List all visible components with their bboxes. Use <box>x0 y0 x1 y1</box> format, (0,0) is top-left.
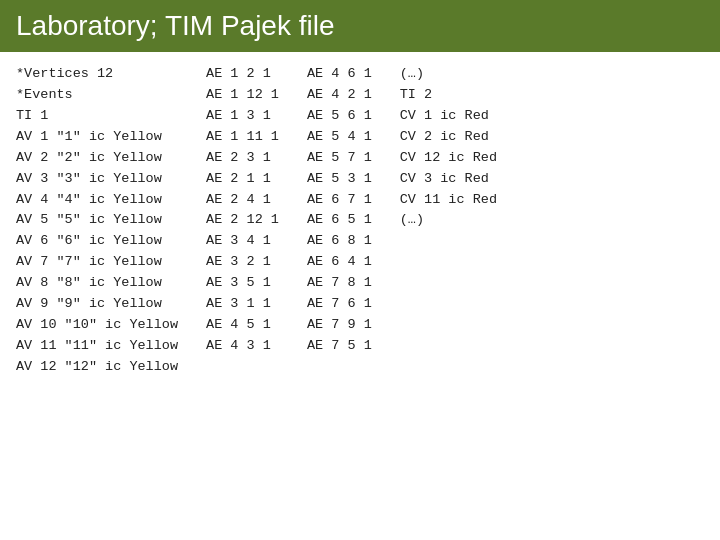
list-item: AE 2 12 1 <box>206 210 279 231</box>
list-item: AV 9 "9" ic Yellow <box>16 294 178 315</box>
list-item: (…) <box>400 64 497 85</box>
list-item: TI 1 <box>16 106 178 127</box>
list-item: *Vertices 12 <box>16 64 178 85</box>
list-item: AE 1 12 1 <box>206 85 279 106</box>
list-item: CV 11 ic Red <box>400 190 497 211</box>
list-item: AV 8 "8" ic Yellow <box>16 273 178 294</box>
list-item: AE 5 7 1 <box>307 148 372 169</box>
list-item: CV 12 ic Red <box>400 148 497 169</box>
list-item: AE 7 8 1 <box>307 273 372 294</box>
list-item: AE 4 6 1 <box>307 64 372 85</box>
list-item: AE 6 7 1 <box>307 190 372 211</box>
list-item: AV 12 "12" ic Yellow <box>16 357 178 378</box>
list-item: AE 6 4 1 <box>307 252 372 273</box>
column-4: (…)TI 2CV 1 ic RedCV 2 ic RedCV 12 ic Re… <box>400 64 497 378</box>
list-item: AE 3 5 1 <box>206 273 279 294</box>
content-area: *Vertices 12*EventsTI 1AV 1 "1" ic Yello… <box>0 52 720 390</box>
list-item: *Events <box>16 85 178 106</box>
list-item: AE 7 5 1 <box>307 336 372 357</box>
list-item: CV 2 ic Red <box>400 127 497 148</box>
list-item: AE 4 3 1 <box>206 336 279 357</box>
list-item: CV 1 ic Red <box>400 106 497 127</box>
list-item: AV 1 "1" ic Yellow <box>16 127 178 148</box>
list-item: AE 1 3 1 <box>206 106 279 127</box>
list-item: AE 3 2 1 <box>206 252 279 273</box>
list-item: AE 6 8 1 <box>307 231 372 252</box>
list-item: AE 5 3 1 <box>307 169 372 190</box>
list-item: AV 5 "5" ic Yellow <box>16 210 178 231</box>
list-item: AV 2 "2" ic Yellow <box>16 148 178 169</box>
list-item: AE 7 9 1 <box>307 315 372 336</box>
list-item: TI 2 <box>400 85 497 106</box>
list-item: AE 2 3 1 <box>206 148 279 169</box>
page-title: Laboratory; TIM Pajek file <box>0 0 720 52</box>
list-item: AE 5 4 1 <box>307 127 372 148</box>
list-item: AE 2 4 1 <box>206 190 279 211</box>
list-item: AE 7 6 1 <box>307 294 372 315</box>
list-item: AE 3 1 1 <box>206 294 279 315</box>
list-item: (…) <box>400 210 497 231</box>
list-item: AV 6 "6" ic Yellow <box>16 231 178 252</box>
list-item: AV 4 "4" ic Yellow <box>16 190 178 211</box>
list-item: AE 5 6 1 <box>307 106 372 127</box>
list-item: CV 3 ic Red <box>400 169 497 190</box>
column-3: AE 4 6 1AE 4 2 1AE 5 6 1AE 5 4 1AE 5 7 1… <box>307 64 400 378</box>
list-item: AV 7 "7" ic Yellow <box>16 252 178 273</box>
list-item: AE 1 2 1 <box>206 64 279 85</box>
list-item: AV 10 "10" ic Yellow <box>16 315 178 336</box>
column-1: *Vertices 12*EventsTI 1AV 1 "1" ic Yello… <box>16 64 206 378</box>
list-item: AE 1 11 1 <box>206 127 279 148</box>
column-2: AE 1 2 1AE 1 12 1AE 1 3 1AE 1 11 1AE 2 3… <box>206 64 307 378</box>
list-item: AE 3 4 1 <box>206 231 279 252</box>
list-item: AE 4 5 1 <box>206 315 279 336</box>
list-item: AV 11 "11" ic Yellow <box>16 336 178 357</box>
list-item: AE 2 1 1 <box>206 169 279 190</box>
list-item: AV 3 "3" ic Yellow <box>16 169 178 190</box>
list-item: AE 4 2 1 <box>307 85 372 106</box>
list-item: AE 6 5 1 <box>307 210 372 231</box>
